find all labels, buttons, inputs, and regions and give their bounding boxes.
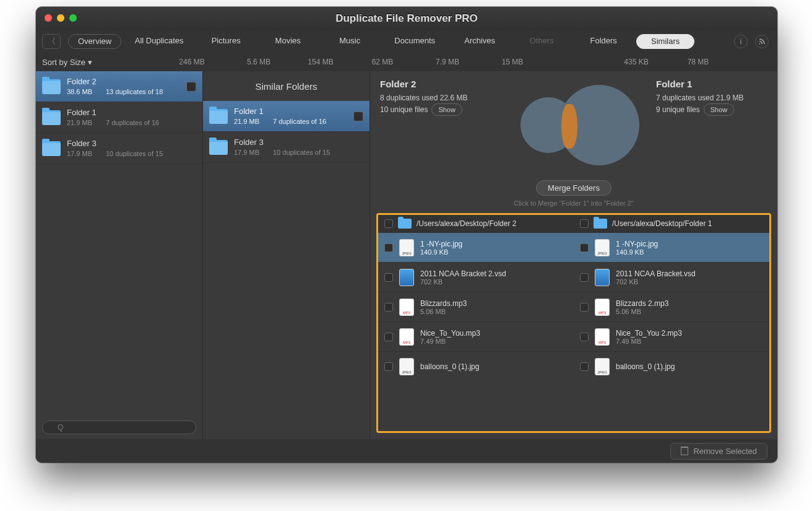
merge-bar: Merge Folders Click to Merge "Folder 1" …	[370, 177, 777, 213]
file-checkbox[interactable]	[580, 273, 589, 282]
file-compare-row[interactable]: 2011 NCAA Bracket 2.vsd702 KB2011 NCAA B…	[378, 262, 769, 292]
sidebar-list: Folder 238.6 MB13 duplicates of 18Folder…	[36, 71, 202, 416]
titlebar: Duplicate File Remover PRO	[36, 7, 777, 30]
tab-pictures[interactable]: Pictures	[197, 34, 255, 49]
folder-item[interactable]: Folder 121.9 MB7 duplicates of 16	[203, 101, 369, 132]
merge-hint: Click to Merge "Folder 1" into "Folder 2…	[514, 199, 634, 207]
folder-dup-info: 10 duplicates of 15	[273, 147, 330, 157]
toolbar: 〈 OverviewAll DuplicatesPicturesMoviesMu…	[36, 30, 777, 53]
tab-archives[interactable]: Archives	[451, 34, 509, 49]
search-input[interactable]	[42, 421, 196, 434]
file-name: Blizzards.mp3	[420, 299, 467, 308]
folder-size: 17.9 MB	[234, 147, 259, 157]
folder-size: 17.9 MB	[67, 149, 92, 159]
app-window: Duplicate File Remover PRO 〈 OverviewAll…	[36, 7, 777, 463]
folder-name: Folder 1	[234, 107, 347, 116]
folder-dup-info: 10 duplicates of 15	[106, 149, 163, 159]
compare-right-line2: 9 unique files	[656, 105, 700, 114]
tab-documents[interactable]: Documents	[382, 34, 447, 49]
file-checkbox[interactable]	[384, 273, 393, 282]
file-thumb-icon	[399, 358, 414, 375]
file-thumb-icon	[595, 358, 610, 375]
tab-size-label: 7.9 MB	[413, 58, 482, 66]
folder-icon	[42, 79, 61, 94]
sidebar: Folder 238.6 MB13 duplicates of 18Folder…	[36, 71, 203, 439]
content-area: Folder 238.6 MB13 duplicates of 18Folder…	[36, 71, 777, 439]
file-thumb-icon	[399, 328, 414, 346]
file-checkbox[interactable]	[384, 333, 393, 341]
zoom-window-button[interactable]	[69, 14, 77, 22]
folder-icon	[594, 219, 607, 229]
feed-button[interactable]	[755, 35, 769, 48]
chevron-left-icon: 〈	[48, 36, 56, 47]
folder-item[interactable]: Folder 317.9 MB10 duplicates of 15	[203, 132, 369, 163]
window-title: Duplicate File Remover PRO	[335, 12, 478, 25]
file-size: 5.06 MB	[420, 308, 467, 315]
tab-movies[interactable]: Movies	[259, 34, 317, 49]
tab-overview[interactable]: Overview	[68, 34, 121, 49]
file-size: 140.9 KB	[616, 248, 658, 256]
select-all-right-checkbox[interactable]	[580, 219, 589, 228]
folder-item[interactable]: Folder 317.9 MB10 duplicates of 15	[36, 133, 202, 164]
tab-folders[interactable]: Folders	[574, 34, 633, 49]
close-window-button[interactable]	[45, 14, 52, 22]
tab-music[interactable]: Music	[321, 34, 379, 49]
remove-selected-label: Remove Selected	[693, 447, 757, 456]
select-all-left-checkbox[interactable]	[384, 219, 393, 228]
show-right-unique-button[interactable]: Show	[704, 103, 735, 116]
folder-dup-info: 7 duplicates of 16	[273, 116, 326, 126]
merge-folders-button[interactable]: Merge Folders	[536, 180, 611, 196]
file-compare-row[interactable]: Blizzards.mp35.06 MBBlizzards 2.mp35.06 …	[378, 292, 769, 321]
sort-button[interactable]: Sort by Size ▾	[42, 58, 156, 67]
folder-size: 21.9 MB	[234, 116, 259, 126]
file-thumb-icon	[399, 269, 414, 286]
compare-left-info: Folder 2 8 duplicates used 22.6 MB 10 un…	[380, 79, 491, 116]
file-checkbox[interactable]	[384, 362, 393, 371]
file-checkbox[interactable]	[580, 362, 589, 371]
file-compare-row[interactable]: Nice_To_You.mp37.49 MBNice_To_You 2.mp37…	[378, 321, 769, 351]
tab-similars[interactable]: Similars	[636, 34, 694, 49]
folder-dup-info: 13 duplicates of 18	[106, 87, 163, 97]
show-left-unique-button[interactable]: Show	[431, 103, 462, 116]
file-thumb-icon	[595, 328, 610, 346]
folder-item[interactable]: Folder 121.9 MB7 duplicates of 16	[36, 102, 202, 133]
file-size: 7.49 MB	[616, 338, 682, 345]
tab-others[interactable]: Others	[512, 34, 571, 49]
info-button[interactable]: i	[734, 35, 748, 48]
file-checkbox[interactable]	[580, 243, 589, 252]
folder-checkbox[interactable]	[186, 82, 196, 92]
file-thumb-icon	[595, 299, 610, 316]
file-name: Nice_To_You 2.mp3	[616, 329, 682, 338]
file-checkbox[interactable]	[384, 243, 393, 252]
file-checkbox[interactable]	[580, 303, 589, 312]
venn-overlap	[561, 104, 577, 149]
file-compare-table: /Users/alexa/Desktop/Folder 2 /Users/ale…	[376, 213, 771, 433]
file-compare-row[interactable]: 1 -NY-pic.jpg140.9 KB1 -NY-pic.jpg140.9 …	[378, 232, 769, 262]
folder-name: Folder 3	[67, 139, 196, 149]
file-size: 140.9 KB	[420, 248, 462, 256]
back-button[interactable]: 〈	[42, 34, 61, 49]
compare-right-title: Folder 1	[656, 79, 767, 90]
compare-right-line1: 7 duplicates used 21.9 MB	[656, 92, 767, 103]
remove-selected-button[interactable]: Remove Selected	[670, 443, 767, 460]
sidebar-search: ⌕	[36, 416, 202, 439]
folder-item[interactable]: Folder 238.6 MB13 duplicates of 18	[36, 71, 202, 102]
svg-point-0	[759, 43, 761, 45]
file-thumb-icon	[399, 239, 414, 256]
folder-checkbox[interactable]	[353, 111, 363, 121]
tab-all-duplicates[interactable]: All Duplicates	[125, 34, 193, 49]
folder-name: Folder 2	[67, 77, 180, 87]
file-size: 702 KB	[616, 278, 696, 286]
file-checkbox[interactable]	[384, 303, 393, 312]
file-compare-row[interactable]: balloons_0 (1).jpgballoons_0 (1).jpg	[378, 351, 769, 381]
category-tabs: OverviewAll DuplicatesPicturesMoviesMusi…	[68, 34, 694, 49]
tab-size-label	[543, 58, 605, 66]
file-compare-body: 1 -NY-pic.jpg140.9 KB1 -NY-pic.jpg140.9 …	[378, 232, 769, 381]
minimize-window-button[interactable]	[57, 14, 64, 22]
compare-left-line1: 8 duplicates used 22.6 MB	[380, 92, 491, 103]
folder-icon	[209, 140, 228, 155]
file-checkbox[interactable]	[580, 333, 589, 341]
compare-left-line2: 10 unique files	[380, 105, 428, 114]
compare-left-title: Folder 2	[380, 79, 491, 90]
folder-size: 38.6 MB	[67, 87, 92, 97]
